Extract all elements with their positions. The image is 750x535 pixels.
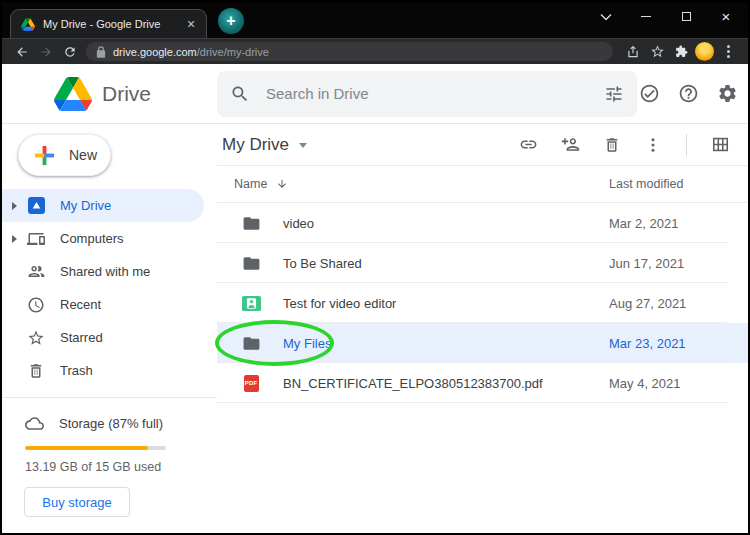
sidebar-item-label: My Drive [60,198,111,213]
search-input[interactable] [264,84,600,103]
star-icon [26,328,46,348]
cloud-icon [25,414,44,433]
delete-icon[interactable] [603,136,621,154]
sidebar-item-label: Starred [60,330,103,345]
file-name: My Files [283,336,331,351]
drive-logo-icon [54,77,92,111]
storage-section[interactable]: Storage (87% full) [2,414,217,433]
file-modified-date: Mar 23, 2021 [609,336,686,351]
expand-caret-icon[interactable] [2,202,26,210]
tab-close-icon[interactable]: × [183,17,199,31]
window-menu-chevron-icon[interactable] [586,2,626,31]
file-name: Test for video editor [283,296,396,311]
url-path: /drive/my-drive [197,46,269,58]
forward-icon[interactable] [34,41,58,63]
browser-titlebar: My Drive - Google Drive × + × [2,2,748,38]
file-list-panel: My Drive Name Last modified [217,124,748,533]
offline-status-check-icon[interactable] [639,83,660,104]
extensions-puzzle-icon[interactable] [669,41,693,63]
settings-gear-icon[interactable] [717,83,738,104]
browser-tab[interactable]: My Drive - Google Drive × [10,9,207,38]
file-name: BN_CERTIFICATE_ELPO380512383700.pdf [283,376,543,391]
file-type-icon [241,334,261,353]
more-options-icon[interactable] [644,136,662,154]
file-modified-date: May 4, 2021 [609,376,681,391]
file-modified-date: Aug 27, 2021 [609,296,686,311]
name-column-header[interactable]: Name [234,177,288,191]
table-row[interactable]: My Files Mar 23, 2021 [217,323,748,363]
file-modified-date: Jun 17, 2021 [609,256,684,271]
file-type-icon [241,295,261,312]
sidebar-item-recent[interactable]: Recent [2,288,217,321]
lock-icon [96,46,106,58]
new-button[interactable]: New [18,134,111,176]
buy-storage-button[interactable]: Buy storage [24,487,130,517]
modified-column-header[interactable]: Last modified [609,177,683,191]
sidebar-item-label: Computers [60,231,124,246]
people-icon [26,262,46,282]
grid-view-icon[interactable] [711,135,730,154]
share-icon[interactable] [621,41,645,63]
new-button-label: New [69,147,97,163]
toolbar-actions [519,134,730,156]
shared-file-icon [242,295,261,312]
drive-toolbar: My Drive [217,124,748,166]
expand-caret-icon[interactable] [2,235,26,243]
sidebar-item-label: Recent [60,297,101,312]
tab-title: My Drive - Google Drive [43,18,183,30]
file-type-icon [241,214,261,233]
window-minimize-button[interactable] [626,2,666,31]
file-list-rows: video Mar 2, 2021 To Be Shared Jun 17, 2… [217,203,748,403]
table-row[interactable]: Test for video editor Aug 27, 2021 [217,283,748,323]
reload-icon[interactable] [58,41,82,63]
sidebar-item-starred[interactable]: Starred [2,321,217,354]
sidebar-nav: My Drive Computers Shared with me [2,189,217,387]
window-close-button[interactable]: × [706,2,746,31]
sidebar-divider [2,397,217,398]
sidebar-item-my-drive[interactable]: My Drive [2,189,204,222]
storage-progress-fill [25,446,148,450]
drive-logo-area[interactable]: Drive [2,77,217,111]
share-person-add-icon[interactable] [561,135,580,154]
browser-window: My Drive - Google Drive × + × drive.g [0,0,750,535]
table-row[interactable]: PDF BN_CERTIFICATE_ELPO380512383700.pdf … [217,363,748,403]
devices-icon [26,229,46,249]
sidebar-item-shared-with-me[interactable]: Shared with me [2,255,217,288]
file-type-icon: PDF [241,375,261,392]
pdf-file-icon: PDF [244,375,259,392]
sidebar-item-trash[interactable]: Trash [2,354,217,387]
search-bar[interactable] [217,71,637,117]
browser-menu-icon[interactable] [716,41,740,63]
storage-usage-text: 13.19 GB of 15 GB used [25,460,217,474]
google-plus-icon [33,144,56,167]
app-name: Drive [102,82,151,106]
window-controls: × [586,2,746,31]
file-list-header: Name Last modified [217,166,748,203]
table-row[interactable]: To Be Shared Jun 17, 2021 [217,243,748,283]
back-icon[interactable] [10,41,34,63]
get-link-icon[interactable] [519,135,538,154]
search-options-tune-icon[interactable] [604,84,624,104]
my-drive-icon [26,196,46,216]
location-dropdown[interactable]: My Drive [222,135,307,155]
sidebar-item-computers[interactable]: Computers [2,222,217,255]
url-domain: drive.google.com [113,46,197,58]
folder-icon [242,214,261,233]
sort-arrow-down-icon[interactable] [276,178,288,190]
clock-icon [26,295,46,315]
browser-navbar: drive.google.com/drive/my-drive [2,38,748,64]
profile-avatar[interactable] [695,42,714,61]
window-maximize-button[interactable] [666,2,706,31]
name-column-label: Name [234,177,267,191]
folder-icon [242,254,261,273]
storage-progress-bar [25,446,166,450]
new-tab-button[interactable]: + [218,8,244,34]
address-bar[interactable]: drive.google.com/drive/my-drive [86,42,613,61]
bookmark-star-icon[interactable] [645,41,669,63]
file-name: video [283,216,314,231]
sidebar-item-label: Trash [60,363,93,378]
table-row[interactable]: video Mar 2, 2021 [217,203,748,243]
help-icon[interactable] [678,83,699,104]
file-type-icon [241,254,261,273]
file-name: To Be Shared [283,256,362,271]
